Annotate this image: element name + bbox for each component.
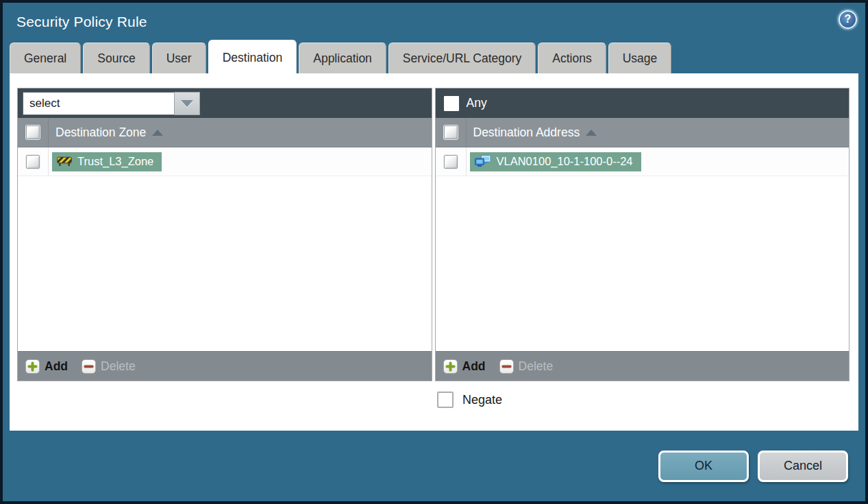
help-icon[interactable]: ?	[839, 10, 857, 29]
table-row: VLAN0100_10-1-100-0--24	[436, 147, 850, 176]
address-header-checkbox-cell	[436, 118, 467, 147]
zone-item-trust-l3-zone[interactable]: Trust_L3_Zone	[52, 152, 162, 171]
destination-address-panel: Any Destination Address	[435, 88, 850, 381]
address-list: VLAN0100_10-1-100-0--24	[436, 147, 850, 351]
zone-panel-footer: Add Delete	[18, 351, 432, 381]
plus-icon	[25, 359, 40, 374]
any-checkbox[interactable]	[444, 96, 459, 111]
sort-ascending-icon[interactable]	[586, 130, 597, 136]
destination-zone-panel: Destination Zone	[17, 88, 432, 381]
address-row-checkbox[interactable]	[444, 155, 458, 169]
minus-icon	[499, 359, 514, 374]
network-hosts-icon	[475, 155, 491, 168]
tab-source[interactable]: Source	[83, 43, 149, 73]
zone-row-checkbox[interactable]	[26, 155, 40, 169]
negate-label: Negate	[462, 393, 502, 407]
plus-icon	[443, 359, 458, 374]
spacer	[17, 392, 437, 408]
address-delete-button[interactable]: Delete	[499, 359, 554, 374]
minus-icon	[82, 359, 96, 374]
zone-filter-dropdown-button[interactable]	[174, 92, 200, 115]
zone-list: Trust_L3_Zone	[18, 147, 432, 351]
zone-delete-button[interactable]: Delete	[82, 359, 136, 374]
any-label: Any	[467, 96, 487, 110]
zone-select-all-checkbox[interactable]	[26, 125, 40, 139]
cancel-button[interactable]: Cancel	[758, 451, 848, 482]
titlebar: Security Policy Rule ?	[3, 3, 865, 41]
ok-button[interactable]: OK	[658, 451, 749, 482]
tab-strip: General Source User Destination Applicat…	[3, 41, 865, 73]
table-row: Trust_L3_Zone	[18, 147, 432, 176]
address-item-label: VLAN0100_10-1-100-0--24	[497, 155, 633, 168]
sort-ascending-icon[interactable]	[152, 130, 163, 136]
zone-add-button[interactable]: Add	[25, 359, 68, 374]
address-item-vlan0100[interactable]: VLAN0100_10-1-100-0--24	[470, 152, 641, 171]
negate-row: Negate	[17, 392, 850, 408]
zone-item-label: Trust_L3_Zone	[77, 155, 153, 168]
security-policy-rule-dialog: Security Policy Rule ? General Source Us…	[0, 0, 868, 504]
zone-panel-toolbar	[18, 88, 432, 118]
tab-actions[interactable]: Actions	[538, 43, 606, 73]
tab-destination[interactable]: Destination	[208, 40, 297, 73]
address-add-button[interactable]: Add	[443, 359, 486, 374]
dialog-title: Security Policy Rule	[16, 14, 147, 30]
address-column-header: Destination Address	[436, 118, 850, 147]
zone-column-header: Destination Zone	[18, 118, 432, 147]
tab-service-url-category[interactable]: Service/URL Category	[388, 43, 536, 73]
tab-usage[interactable]: Usage	[608, 43, 672, 73]
zone-barrier-icon	[57, 156, 72, 167]
address-column-title: Destination Address	[473, 125, 580, 140]
zone-header-checkbox-cell	[18, 118, 49, 147]
zone-filter-combobox	[23, 92, 200, 115]
dialog-footer: OK Cancel	[3, 431, 865, 501]
negate-checkbox[interactable]	[437, 392, 454, 408]
zone-column-title: Destination Zone	[55, 125, 146, 140]
zone-row-checkbox-cell	[18, 147, 49, 176]
address-panel-footer: Add Delete	[436, 351, 850, 381]
zone-filter-input[interactable]	[23, 92, 174, 115]
tab-user[interactable]: User	[152, 43, 206, 73]
address-select-all-checkbox[interactable]	[444, 125, 458, 139]
tab-application[interactable]: Application	[299, 43, 386, 73]
destination-tab-content: Destination Zone	[10, 73, 858, 431]
chevron-down-icon	[181, 100, 193, 107]
tab-general[interactable]: General	[10, 43, 81, 73]
address-panel-toolbar: Any	[436, 88, 850, 118]
address-row-checkbox-cell	[436, 147, 467, 176]
